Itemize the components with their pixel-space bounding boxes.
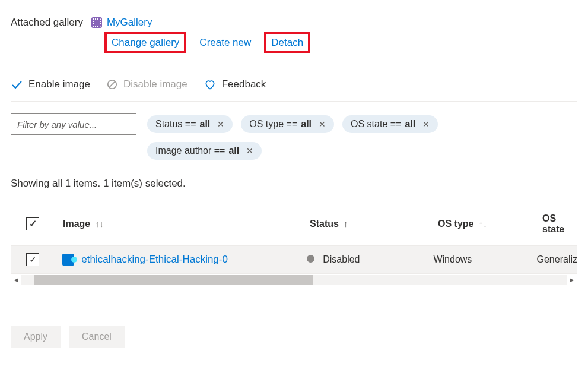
pill-ostype-remove[interactable]: ✕ <box>319 119 326 129</box>
svg-line-1 <box>109 81 116 88</box>
header-ostype-label: OS type <box>438 219 473 229</box>
header-image-label: Image <box>63 219 90 229</box>
status-dot-icon <box>307 255 314 263</box>
results-summary: Showing all 1 items. 1 item(s) selected. <box>11 178 577 189</box>
create-new-link[interactable]: Create new <box>199 37 251 49</box>
table-header: Image ↑↓ Status ↑ OS type ↑↓ OS state <box>11 205 577 246</box>
pill-author-label: Image author == <box>155 146 225 156</box>
gallery-link[interactable]: MyGallery <box>91 17 152 29</box>
pill-author-remove[interactable]: ✕ <box>246 146 253 156</box>
header-osstate[interactable]: OS state <box>542 213 577 235</box>
checkmark-icon <box>11 78 23 90</box>
pill-osstate[interactable]: OS state == all ✕ <box>342 115 438 133</box>
disable-image-label: Disable image <box>123 78 187 90</box>
table-row[interactable]: ethicalhacking-Ethical-Hacking-0 Disable… <box>11 246 577 274</box>
header-osstate-label: OS state <box>542 213 564 234</box>
row-osstate-text: Generaliz <box>537 254 577 264</box>
change-gallery-link[interactable]: Change gallery <box>112 37 179 49</box>
pill-row-2: Image author == all ✕ <box>147 142 577 160</box>
detach-link[interactable]: Detach <box>271 37 303 49</box>
pill-author[interactable]: Image author == all ✕ <box>147 142 262 160</box>
row-status-text: Disabled <box>323 254 360 264</box>
footer-buttons: Apply Cancel <box>11 312 577 348</box>
toolbar: Enable image Disable image Feedback <box>11 78 577 102</box>
pill-author-value: all <box>228 146 239 156</box>
header-status-label: Status <box>310 219 339 229</box>
pill-row-1: Status == all ✕ OS type == all ✕ OS stat… <box>147 115 438 133</box>
row-ostype-text: Windows <box>433 254 472 264</box>
ban-icon <box>107 79 117 90</box>
gallery-actions: Change gallery Create new Detach <box>104 32 577 53</box>
pill-status[interactable]: Status == all ✕ <box>147 115 233 133</box>
enable-image-button[interactable]: Enable image <box>11 78 90 90</box>
apply-button[interactable]: Apply <box>11 326 61 348</box>
pill-ostype-label: OS type == <box>249 119 297 129</box>
gallery-icon <box>91 17 102 28</box>
row-osstate-cell: Generaliz <box>537 254 577 265</box>
header-ostype[interactable]: OS type ↑↓ <box>438 219 542 229</box>
scroll-track[interactable] <box>21 275 567 285</box>
heart-icon <box>204 78 216 90</box>
row-ostype-cell: Windows <box>433 254 536 265</box>
image-table: Image ↑↓ Status ↑ OS type ↑↓ OS state et… <box>11 205 577 286</box>
sort-ostype-icon: ↑↓ <box>479 219 487 229</box>
sort-image-icon: ↑↓ <box>96 219 104 229</box>
filter-row: Status == all ✕ OS type == all ✕ OS stat… <box>11 113 577 135</box>
pill-osstate-label: OS state == <box>351 119 401 129</box>
cancel-button[interactable]: Cancel <box>69 326 125 348</box>
attached-gallery-row: Attached gallery MyGallery <box>11 17 577 29</box>
filter-input[interactable] <box>11 113 136 135</box>
scroll-right-icon[interactable]: ► <box>567 276 577 283</box>
pill-status-value: all <box>200 119 211 129</box>
highlight-change-gallery: Change gallery <box>104 32 186 53</box>
row-status-cell: Disabled <box>307 254 434 265</box>
attached-gallery-label: Attached gallery <box>11 17 83 29</box>
highlight-detach: Detach <box>264 32 310 53</box>
header-image[interactable]: Image ↑↓ <box>63 219 310 229</box>
scroll-left-icon[interactable]: ◄ <box>11 276 21 283</box>
select-all-checkbox[interactable] <box>26 217 39 230</box>
vm-image-icon <box>62 254 74 266</box>
feedback-label: Feedback <box>222 78 266 90</box>
pill-status-remove[interactable]: ✕ <box>217 119 224 129</box>
header-status[interactable]: Status ↑ <box>310 219 438 229</box>
pill-ostype[interactable]: OS type == all ✕ <box>241 115 334 133</box>
enable-image-label: Enable image <box>28 78 90 90</box>
pill-osstate-remove[interactable]: ✕ <box>422 119 430 129</box>
row-checkbox[interactable] <box>26 253 39 266</box>
row-checkbox-cell <box>11 253 62 266</box>
gallery-name-text: MyGallery <box>107 17 152 29</box>
disable-image-button: Disable image <box>107 78 187 90</box>
pill-status-label: Status == <box>155 119 196 129</box>
feedback-button[interactable]: Feedback <box>204 78 266 90</box>
pill-osstate-value: all <box>405 119 415 129</box>
pill-ostype-value: all <box>301 119 312 129</box>
horizontal-scrollbar[interactable]: ◄ ► <box>11 274 577 286</box>
scroll-thumb[interactable] <box>34 275 313 285</box>
sort-status-asc-icon: ↑ <box>344 219 348 229</box>
row-image-cell: ethicalhacking-Ethical-Hacking-0 <box>62 254 306 266</box>
image-name-link[interactable]: ethicalhacking-Ethical-Hacking-0 <box>81 254 228 266</box>
header-checkbox-cell <box>11 217 63 230</box>
